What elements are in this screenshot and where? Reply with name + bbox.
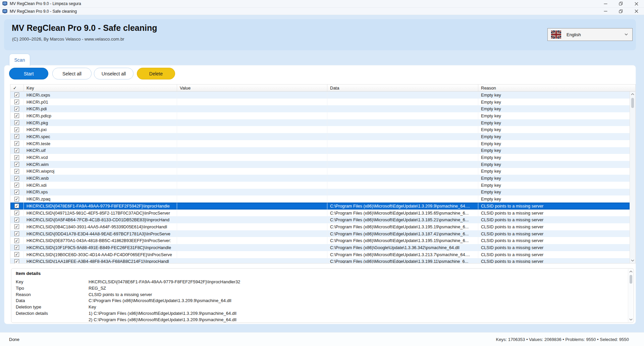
table-row[interactable]: ✓ HKCR\.spec Empty key [10,133,630,140]
table-row[interactable]: ✓ HKCR\.pkg Empty key [10,119,630,126]
close-icon[interactable] [629,0,644,7]
row-checkbox[interactable]: ✓ [14,197,19,201]
row-checkbox[interactable]: ✓ [14,204,19,208]
detail-row: Tipo REG_SZ [16,285,620,292]
detail-value: REG_SZ [89,285,106,292]
row-checkbox[interactable]: ✓ [14,238,19,243]
table-row[interactable]: ✓ HKCR\CLSID\{19B0CE6D-303C-4D14-AA4D-FC… [10,251,630,258]
scroll-up-icon[interactable] [628,269,633,274]
row-key: HKCR\.pkg [24,119,177,126]
scroll-down-icon[interactable] [630,258,635,263]
column-header-value[interactable]: Value [177,84,327,91]
inner-titlebar[interactable]: MV RegClean Pro 9.0 - Safe cleaning [0,8,644,15]
table-row[interactable]: ✓ HKCR\.pdi Empty key [10,105,630,112]
unselect-all-button[interactable]: Unselect all [94,68,133,79]
row-checkbox[interactable]: ✓ [14,127,19,132]
row-data [327,168,478,175]
row-checkbox[interactable]: ✓ [14,120,19,125]
table-row[interactable]: ✓ HKCR\.pxi Empty key [10,126,630,133]
row-value [177,237,327,244]
row-checkbox[interactable]: ✓ [14,93,19,97]
row-checkbox[interactable]: ✓ [14,231,19,236]
scroll-up-icon[interactable] [630,92,635,97]
row-checkbox[interactable]: ✓ [14,134,19,139]
column-header-data[interactable]: Data [327,84,478,91]
scrollbar-thumb[interactable] [631,98,634,108]
start-button[interactable]: Start [9,68,48,79]
row-checkbox[interactable]: ✓ [14,183,19,187]
row-checkbox[interactable]: ✓ [14,169,19,174]
details-scrollbar[interactable] [628,269,633,322]
row-checkbox[interactable]: ✓ [14,190,19,194]
row-data [327,147,478,154]
table-row[interactable]: ✓ HKCR\CLSID\{0E8770A1-043A-4818-BB5C-41… [10,237,630,244]
table-row[interactable]: ✓ HKCR\.uif Empty key [10,147,630,154]
table-row[interactable]: ✓ HKCR\.wixproj Empty key [10,168,630,175]
minimize-icon[interactable] [598,8,613,15]
row-checkbox[interactable]: ✓ [14,252,19,257]
restore-icon[interactable] [613,8,629,15]
row-checkbox[interactable]: ✓ [14,245,19,250]
select-all-button[interactable]: Select all [52,68,92,79]
row-checkbox[interactable]: ✓ [14,155,19,160]
row-checkbox[interactable]: ✓ [14,259,19,263]
row-checkbox[interactable]: ✓ [14,176,19,181]
table-row[interactable]: ✓ HKCR\.xdi Empty key [10,182,630,189]
app-icon [2,9,8,14]
table-row[interactable]: ✓ HKCR\CLSID\{10F1F9C5-9A88-491E-B849-FE… [10,244,630,251]
row-checkbox[interactable]: ✓ [14,224,19,229]
row-reason: Empty key [478,99,630,106]
row-data [327,92,478,99]
table-row[interactable]: ✓ HKCR\CLSID\{049712A5-981C-4EF5-85F2-11… [10,210,630,217]
tab-scan[interactable]: Scan [9,54,30,66]
table-row[interactable]: ✓ HKCR\.pdlcp Empty key [10,112,630,119]
row-key: HKCR\.spec [24,133,177,140]
row-data [327,161,478,168]
delete-button[interactable]: Delete [137,68,175,79]
row-value [177,258,327,264]
row-checkbox[interactable]: ✓ [14,211,19,215]
row-checkbox[interactable]: ✓ [14,141,19,146]
row-checkbox[interactable]: ✓ [14,148,19,153]
row-reason: Empty key [478,154,630,161]
row-data [327,112,478,119]
row-data: C:\Program Files (x86)\Microsoft\EdgeUpd… [327,258,478,264]
detail-label: Key [16,279,89,285]
detail-row: Deletion type Key [16,304,620,310]
table-row[interactable]: ✓ HKCR\CLSID\{0DD41A78-E3D4-44A8-9EAE-69… [10,230,630,237]
row-key: HKCR\CLSID\{0DD41A78-E3D4-44A8-9EAE-697B… [24,230,177,237]
column-header-check[interactable]: ✓ [10,84,24,91]
scrollbar-thumb[interactable] [630,275,632,284]
table-row[interactable]: ✓ HKCR\.teste Empty key [10,140,630,147]
table-row[interactable]: ✓ HKCR\.zpaq Empty key [10,195,630,203]
table-row[interactable]: ✓ HKCR\.wim Empty key [10,161,630,168]
restore-icon[interactable] [613,0,629,7]
table-row[interactable]: ✓ HKCR\.p01 Empty key [10,99,630,106]
inner-window-controls [598,8,644,15]
table-row[interactable]: ✓ HKCR\CLSID\{1AA18FEE-A3B4-48F8-843A-F6… [10,258,630,264]
language-dropdown[interactable]: English [547,28,633,41]
table-scrollbar[interactable] [630,92,635,263]
table-row[interactable]: ✓ HKCR\.wsb Empty key [10,175,630,182]
table-row[interactable]: ✓ HKCR\CLSID\{0478E6F1-FA9A-49AA-9779-F8… [10,203,630,210]
row-reason: Empty key [478,140,630,147]
table-row[interactable]: ✓ HKCR\.oxps Empty key [10,92,630,99]
row-reason: Empty key [478,133,630,140]
row-data [327,140,478,147]
outer-titlebar[interactable]: MV RegClean Pro 9.0 - Limpeza segura [0,0,644,8]
close-icon[interactable] [629,8,644,15]
detail-value: 1) C:\Program Files (x86)\Microsoft\Edge… [89,310,236,323]
table-row[interactable]: ✓ HKCR\.vcd Empty key [10,154,630,161]
minimize-icon[interactable] [598,0,613,7]
column-header-reason[interactable]: Reason [478,84,630,91]
row-checkbox[interactable]: ✓ [14,100,19,104]
row-checkbox[interactable]: ✓ [14,107,19,111]
table-row[interactable]: ✓ HKCR\CLSID\{0A5F4B64-7FCB-4C1B-8133-CD… [10,216,630,223]
table-row[interactable]: ✓ HKCR\CLSID\{0B4C1840-3931-4AA5-A64F-95… [10,223,630,230]
scroll-down-icon[interactable] [628,317,633,322]
row-checkbox[interactable]: ✓ [14,162,19,167]
row-checkbox[interactable]: ✓ [14,218,19,222]
row-checkbox[interactable]: ✓ [14,113,19,118]
column-header-key[interactable]: Key [24,84,177,91]
table-row[interactable]: ✓ HKCR\.xps Empty key [10,189,630,196]
